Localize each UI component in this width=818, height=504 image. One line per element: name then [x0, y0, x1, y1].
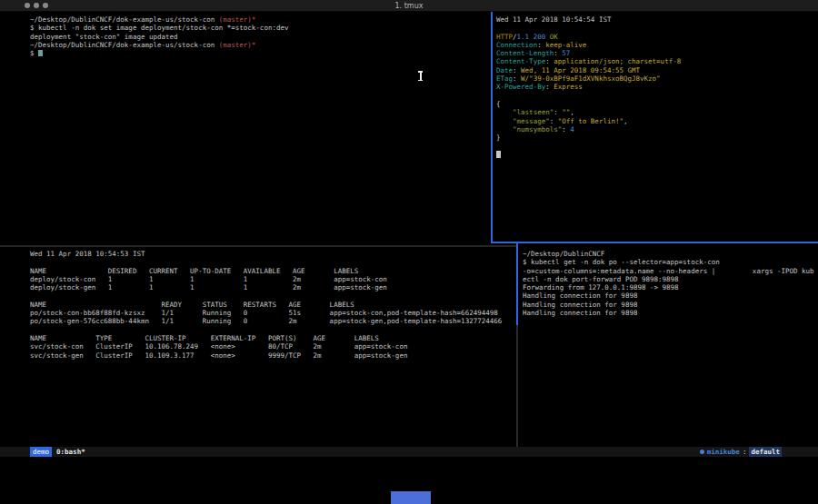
session-badge[interactable]: demo [30, 447, 52, 457]
terminal-line: $ [30, 49, 489, 57]
terminal-line: -o=custom-columns=:metadata.name --no-he… [523, 267, 818, 275]
terminal-line [30, 292, 514, 300]
tmux-status-bar: demo 0:bash* minikube : default [0, 447, 818, 457]
pane-divider-horizontal-left[interactable] [0, 245, 516, 247]
terminal-line: Forwarding from 127.0.0.1:9898 -> 9898 [523, 283, 818, 292]
window-tab[interactable]: 0:bash* [56, 447, 85, 457]
terminal-window: 1. tmux ~/Desktop/DublinCNCF/dok-example… [0, 0, 818, 504]
terminal-line: } [496, 133, 818, 142]
desktop-area [0, 457, 818, 504]
pane-divider-vertical-top[interactable] [491, 12, 493, 242]
terminal-line: NAME READY STATUS RESTARTS AGE LABELS [30, 301, 514, 309]
terminal-line: Date: Wed, 11 Apr 2018 09:54:55 GMT [496, 66, 818, 74]
terminal-line: Content-Type: application/json; charset=… [496, 57, 818, 65]
mouse-ibeam-pointer [417, 71, 424, 81]
terminal-pane-top-left[interactable]: ~/Desktop/DublinCNCF/dok-example-us/stoc… [0, 12, 489, 243]
terminal-line: svc/stock-con ClusterIP 10.106.78.249 <n… [30, 342, 514, 351]
terminal-line: Wed 11 Apr 2018 10:54:54 IST [496, 15, 818, 24]
pane-divider-horizontal-right[interactable] [491, 242, 818, 243]
kube-context-icon [700, 450, 704, 454]
terminal-line: ~/Desktop/DublinCNCF [523, 250, 818, 258]
window-titlebar: 1. tmux [0, 0, 818, 12]
terminal-line [496, 24, 818, 32]
terminal-line: Connection: keep-alive [496, 41, 818, 49]
terminal-line: ETag: W/"39-0xBPf9aF1dXVNkhsxoBQgJ8vKzo" [496, 74, 818, 83]
terminal-line: Handling connection for 9898 [523, 292, 818, 300]
terminal-line: ~/Desktop/DublinCNCF/dok-example-us/stoc… [30, 15, 489, 24]
terminal-line: HTTP/1.1 200 OK [496, 33, 818, 41]
terminal-line: Wed 11 Apr 2018 10:54:53 IST [30, 250, 514, 258]
cursor-block [496, 151, 501, 158]
terminal-line: svc/stock-gen ClusterIP 10.109.3.177 <no… [30, 351, 514, 360]
terminal-line: Handling connection for 9898 [523, 309, 818, 317]
terminal-line: ectl -n dok port-forward POD 9898:9898 [523, 275, 818, 283]
terminal-pane-bottom-left[interactable]: Wed 11 Apr 2018 10:54:53 ISTNAME DESIRED… [0, 247, 514, 447]
terminal-line: deploy/stock-gen 1 1 1 1 2m app=stock-ge… [30, 283, 514, 292]
kube-context: minikube [707, 447, 740, 457]
terminal-line: $ kubectl get -n dok po --selector=app=s… [523, 258, 818, 266]
terminal-line: NAME DESIRED CURRENT UP-TO-DATE AVAILABL… [30, 267, 514, 275]
status-bar-right: minikube : default [700, 447, 782, 457]
dock-item[interactable] [391, 491, 431, 504]
status-bar-left: demo 0:bash* [30, 447, 85, 457]
terminal-line: NAME TYPE CLUSTER-IP EXTERNAL-IP PORT(S)… [30, 334, 514, 342]
terminal-line: "message": "Off to Berlin!", [496, 117, 818, 125]
terminal-line [30, 360, 514, 368]
terminal-line: Content-Length: 57 [496, 49, 818, 57]
cursor-block [38, 50, 43, 57]
terminal-line [496, 151, 818, 159]
terminal-line: X-Powered-By: Express [496, 83, 818, 91]
terminal-line [30, 326, 514, 334]
window-title: 1. tmux [0, 2, 818, 10]
terminal-line: "lastseen": "", [496, 108, 818, 116]
terminal-line: { [496, 100, 818, 108]
terminal-line [30, 258, 514, 266]
terminal-line: $ kubectl -n dok set image deployment/st… [30, 24, 489, 32]
terminal-pane-bottom-right[interactable]: ~/Desktop/DublinCNCF$ kubectl get -n dok… [519, 244, 818, 447]
kube-namespace: default [749, 447, 782, 457]
terminal-pane-top-right[interactable]: Wed 11 Apr 2018 10:54:54 ISTHTTP/1.1 200… [493, 12, 818, 241]
pane-divider-vertical-bottom[interactable] [516, 243, 518, 447]
terminal-line: po/stock-con-bb68f88fd-kzsxz 1/1 Running… [30, 309, 514, 317]
terminal-line [496, 142, 818, 150]
terminal-line: po/stock-gen-576cc688bb-44kmn 1/1 Runnin… [30, 317, 514, 325]
terminal-line: ~/Desktop/DublinCNCF/dok-example-us/stoc… [30, 41, 489, 49]
terminal-line: Handling connection for 9898 [523, 301, 818, 309]
terminal-line: deploy/stock-con 1 1 1 1 2m app=stock-co… [30, 275, 514, 283]
context-separator: : [743, 447, 747, 457]
terminal-line [496, 92, 818, 100]
terminal-line: "numsymbols": 4 [496, 125, 818, 133]
terminal-line: deployment "stock-con" image updated [30, 33, 489, 41]
